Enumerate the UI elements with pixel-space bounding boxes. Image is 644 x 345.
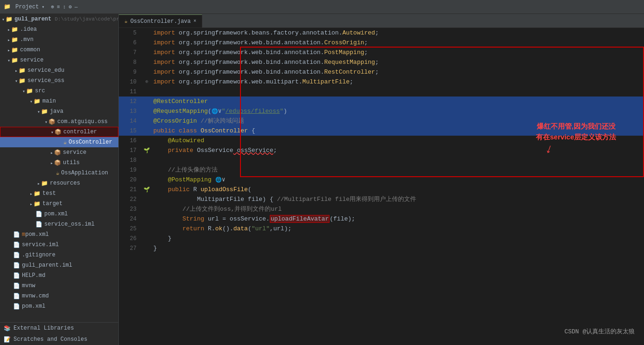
controller-label: controller bbox=[63, 129, 97, 135]
line-content-11 bbox=[151, 87, 644, 97]
tree-item-osscontroller[interactable]: ☕ OssController bbox=[0, 137, 118, 147]
line-num-16: 16 bbox=[119, 136, 142, 145]
tree-item-src[interactable]: 📁 src bbox=[0, 86, 118, 96]
tree-item-pom3[interactable]: 📄 pom.xml bbox=[0, 301, 118, 311]
gutter-16 bbox=[142, 136, 151, 145]
mvn-toggle bbox=[7, 36, 11, 43]
tree-item-service[interactable]: 📁 service bbox=[0, 55, 118, 65]
expand-icon[interactable]: ↕ bbox=[63, 4, 66, 10]
tree-item-guliiml[interactable]: 📄 guli_parent.iml bbox=[0, 260, 118, 270]
test-icon: 📁 bbox=[34, 190, 41, 197]
tree-item-main[interactable]: 📁 main bbox=[0, 96, 118, 106]
line-num-14: 14 bbox=[119, 116, 142, 126]
line-num-27: 27 bbox=[119, 243, 142, 253]
resources-toggle bbox=[37, 180, 41, 187]
external-libraries-item[interactable]: 📚 External Libraries bbox=[0, 323, 118, 334]
tree-item-common[interactable]: 📁 common bbox=[0, 45, 118, 55]
code-line-23: 23 //上传文件到oss,并得到文件的url bbox=[119, 204, 644, 214]
tree-item-controller[interactable]: 📦 controller bbox=[0, 127, 118, 137]
mvnwcmd-icon: 📄 bbox=[13, 293, 20, 300]
main-icon: 📁 bbox=[34, 98, 41, 105]
code-line-14: 14 @CrossOrigin //解决跨域问题 bbox=[119, 116, 644, 126]
tree-item-target[interactable]: 📁 target bbox=[0, 199, 118, 209]
test-toggle bbox=[30, 190, 34, 197]
gutter-20 bbox=[142, 175, 151, 185]
line-num-18: 18 bbox=[119, 155, 142, 165]
code-line-7: 7 import org.springframework.web.bind.an… bbox=[119, 48, 644, 57]
java-toggle bbox=[37, 108, 41, 115]
line-content-6: import org.springframework.web.bind.anno… bbox=[151, 38, 644, 48]
code-editor[interactable]: 5 import org.springframework.beans.facto… bbox=[119, 28, 644, 345]
line-num-9: 9 bbox=[119, 67, 142, 77]
line-num-22: 22 bbox=[119, 194, 142, 204]
tree-item-ossapp[interactable]: ☕ OssApplication bbox=[0, 168, 118, 178]
tree-item-service-edu[interactable]: 📁 service_edu bbox=[0, 65, 118, 76]
tab-osscontroller[interactable]: ☕ OssController.java × bbox=[119, 14, 202, 28]
gutter-10: ⊕ bbox=[142, 77, 151, 87]
line-num-10: 10 bbox=[119, 77, 142, 87]
tree-item-service-oss[interactable]: 📁 service_oss bbox=[0, 76, 118, 86]
project-label[interactable]: Project bbox=[15, 4, 39, 10]
service-edu-label: service_edu bbox=[27, 67, 64, 74]
tree-item-help[interactable]: 📄 HELP.md bbox=[0, 270, 118, 281]
mvn-label: .mvn bbox=[20, 36, 34, 43]
line-content-20: @PostMapping 🌐∨ bbox=[151, 175, 644, 185]
scratches-label: Scratches and Consoles bbox=[14, 336, 87, 343]
sidebar: 📁 guli_parent D:\study\java\code\projec.… bbox=[0, 14, 119, 345]
service-edu-icon: 📁 bbox=[19, 67, 26, 74]
line-content-12: @RestController bbox=[151, 97, 644, 106]
java-label: java bbox=[50, 108, 63, 115]
gutter-14 bbox=[142, 116, 151, 126]
guliiml-label: guli_parent.iml bbox=[22, 262, 72, 269]
controller-toggle bbox=[51, 129, 55, 136]
gutter-23 bbox=[142, 204, 151, 214]
tree-item-mvnwcmd[interactable]: 📄 mvnw.cmd bbox=[0, 291, 118, 301]
sync-icon[interactable]: ≡ bbox=[57, 4, 60, 10]
tree-item-pom1[interactable]: 📄 pom.xml bbox=[0, 209, 118, 219]
tree-item-serviceiml[interactable]: 📄 service.iml bbox=[0, 240, 118, 250]
new-icon[interactable]: ⊕ bbox=[51, 4, 54, 10]
resources-label: resources bbox=[50, 180, 80, 186]
project-dropdown-icon[interactable]: ▾ bbox=[41, 4, 44, 10]
tree-item-serviceossiml[interactable]: 📄 service_oss.iml bbox=[0, 219, 118, 229]
minimize-icon[interactable]: — bbox=[75, 4, 78, 10]
tree-item-mvnw[interactable]: 📄 mvnw bbox=[0, 281, 118, 291]
line-num-5: 5 bbox=[119, 28, 142, 38]
ossapp-icon: ☕ bbox=[56, 170, 59, 177]
line-num-19: 19 bbox=[119, 165, 142, 175]
line-content-17: private OssService ossService; bbox=[151, 145, 644, 155]
gutter-9 bbox=[142, 67, 151, 77]
tree-item-package[interactable]: 📦 com.atguiqu.oss bbox=[0, 117, 118, 127]
tree-item-java[interactable]: 📁 java bbox=[0, 106, 118, 117]
code-line-20: 20 @PostMapping 🌐∨ bbox=[119, 175, 644, 185]
editor-area: ☕ OssController.java × 5 import org.spri… bbox=[119, 14, 644, 345]
src-toggle bbox=[22, 88, 26, 95]
utils-icon: 📦 bbox=[54, 159, 61, 166]
tree-item-test[interactable]: 📁 test bbox=[0, 188, 118, 199]
code-line-19: 19 //上传头像的方法 bbox=[119, 165, 644, 175]
resources-icon: 📁 bbox=[41, 180, 48, 187]
line-content-24: String url = ossService.uploadFileAvatar… bbox=[151, 214, 644, 224]
service-edu-toggle bbox=[15, 67, 19, 74]
tree-item-utils[interactable]: 📦 utils bbox=[0, 158, 118, 168]
line-num-12: 12 bbox=[119, 97, 142, 106]
tree-item-resources[interactable]: 📁 resources bbox=[0, 178, 118, 188]
gutter-13 bbox=[142, 106, 151, 116]
tree-root[interactable]: 📁 guli_parent D:\study\java\code\projec.… bbox=[0, 14, 118, 24]
gutter-24 bbox=[142, 214, 151, 224]
line-num-26: 26 bbox=[119, 234, 142, 243]
service-oss-toggle bbox=[15, 77, 19, 84]
gutter-18 bbox=[142, 155, 151, 165]
tree-item-service-pkg[interactable]: 📦 service bbox=[0, 147, 118, 158]
tree-item-mvn[interactable]: 📁 .mvn bbox=[0, 34, 118, 45]
tree-item-gitignore[interactable]: 📄 .gitignore bbox=[0, 250, 118, 260]
gutter-27 bbox=[142, 243, 151, 253]
settings-icon[interactable]: ⚙ bbox=[69, 4, 72, 10]
scratches-item[interactable]: 📝 Scratches and Consoles bbox=[0, 334, 118, 345]
tab-close-icon[interactable]: × bbox=[193, 19, 196, 24]
tree-item-pom2[interactable]: 📄 m pom.xml bbox=[0, 229, 118, 240]
line-content-23: //上传文件到oss,并得到文件的url bbox=[151, 204, 644, 214]
tree-item-idea[interactable]: 📁 .idea bbox=[0, 24, 118, 34]
idea-label: .idea bbox=[20, 26, 37, 33]
utils-label: utils bbox=[63, 159, 80, 166]
